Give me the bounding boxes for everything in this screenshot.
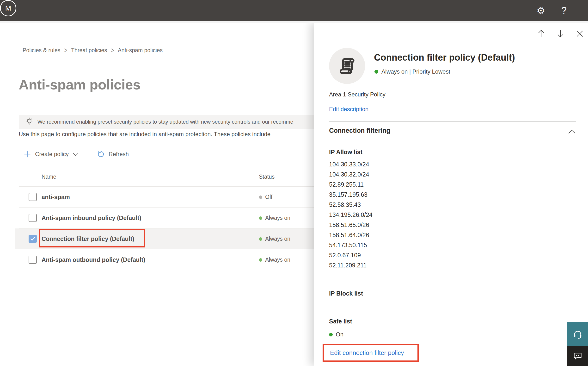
chat-bubble-icon xyxy=(573,351,583,361)
help-question-icon[interactable]: ? xyxy=(557,0,571,21)
table-row-selected[interactable]: Connection filter policy (Default) Alway… xyxy=(15,229,317,249)
row-checkbox[interactable] xyxy=(29,256,37,264)
panel-status-line: Always on | Priority Lowest xyxy=(375,68,450,75)
policy-scroll-icon xyxy=(329,48,365,84)
table-row[interactable]: Anti-spam outbound policy (Default) Alwa… xyxy=(15,249,317,270)
ip-entry: 158.51.64.0/26 xyxy=(329,230,373,240)
status-on-dot-icon xyxy=(259,216,262,220)
row-checkbox[interactable] xyxy=(29,193,37,201)
toolbar: Create policy Refresh xyxy=(23,148,129,160)
account-avatar[interactable]: M xyxy=(0,0,16,16)
settings-gear-icon[interactable]: ⚙ xyxy=(534,0,548,21)
status-on-dot-icon xyxy=(259,258,262,262)
table-row[interactable]: Anti-spam inbound policy (Default) Alway… xyxy=(15,207,317,229)
policy-description: Area 1 Security Policy xyxy=(329,91,386,98)
status-on-dot-icon xyxy=(329,333,333,336)
policy-name: Anti-spam outbound policy (Default) xyxy=(42,249,145,270)
close-icon[interactable] xyxy=(575,29,584,38)
plus-icon xyxy=(23,150,31,158)
status-off-dot-icon xyxy=(259,196,262,199)
ip-entry: 52.89.255.11 xyxy=(329,179,373,190)
chevron-down-icon xyxy=(73,153,78,156)
safe-list-label: Safe list xyxy=(329,318,352,325)
ip-entry: 35.157.195.63 xyxy=(329,190,373,200)
policy-status: Always on xyxy=(259,229,290,249)
previous-item-arrow-up-icon[interactable] xyxy=(537,29,545,38)
top-app-bar: ⚙ ? M xyxy=(0,0,588,21)
create-policy-button[interactable]: Create policy xyxy=(23,150,78,158)
breadcrumb-policies-rules[interactable]: Policies & rules xyxy=(22,47,60,54)
panel-title: Connection filter policy (Default) xyxy=(374,53,576,63)
row-checkbox[interactable] xyxy=(29,214,37,222)
support-headset-button[interactable] xyxy=(567,322,588,346)
breadcrumb-separator-icon: > xyxy=(111,46,114,55)
edit-connection-filter-policy-link[interactable]: Edit connection filter policy xyxy=(330,349,404,357)
ip-entry: 54.173.50.115 xyxy=(329,240,373,250)
policy-status: Always on xyxy=(259,249,290,270)
policy-status: Always on xyxy=(259,207,290,229)
breadcrumb: Policies & rules > Threat policies > Ant… xyxy=(22,47,163,54)
ip-allow-list-label: IP Allow list xyxy=(329,149,362,156)
defender-portal-screen: ⚙ ? M Policies & rules > Threat policies… xyxy=(0,0,588,366)
breadcrumb-separator-icon: > xyxy=(64,46,67,55)
panel-divider xyxy=(329,121,576,122)
banner-text: We recommend enabling preset security po… xyxy=(37,119,293,125)
annotation-highlight-box: Edit connection filter policy xyxy=(323,344,419,362)
refresh-button[interactable]: Refresh xyxy=(97,150,129,158)
column-header-name[interactable]: Name xyxy=(42,174,56,180)
edit-description-link[interactable]: Edit description xyxy=(329,106,368,113)
topbar-divider-strip xyxy=(0,21,588,23)
page-title: Anti-spam policies xyxy=(19,76,140,92)
refresh-label: Refresh xyxy=(109,151,129,158)
ip-block-list-label: IP Block list xyxy=(329,290,363,297)
section-title-connection-filtering: Connection filtering xyxy=(329,127,390,134)
ip-entry: 134.195.26.0/24 xyxy=(329,210,373,220)
ip-entry: 52.58.35.43 xyxy=(329,200,373,210)
ip-entry: 158.51.65.0/26 xyxy=(329,220,373,230)
ip-entry: 104.30.33.0/24 xyxy=(329,159,373,169)
feedback-chat-button[interactable] xyxy=(567,346,588,366)
chevron-up-icon[interactable] xyxy=(568,128,576,135)
safe-list-status: On xyxy=(329,331,344,338)
lightbulb-icon xyxy=(25,117,34,127)
row-divider xyxy=(19,270,317,270)
table-row[interactable]: anti-spam Off xyxy=(15,187,317,207)
refresh-icon xyxy=(97,150,105,158)
create-policy-label: Create policy xyxy=(35,151,69,158)
policy-status: Off xyxy=(259,187,272,207)
headset-icon xyxy=(572,328,583,340)
ip-entry: 52.0.67.109 xyxy=(329,250,373,260)
row-checkbox-checked[interactable] xyxy=(29,235,37,243)
status-on-dot-icon xyxy=(259,237,262,241)
column-header-status[interactable]: Status xyxy=(259,174,275,180)
policy-details-flyout: Connection filter policy (Default) Alway… xyxy=(314,23,588,366)
ip-allow-list: 104.30.33.0/24 104.30.32.0/24 52.89.255.… xyxy=(329,159,373,270)
next-item-arrow-down-icon[interactable] xyxy=(556,29,565,38)
ip-entry: 52.11.209.211 xyxy=(329,260,373,270)
status-on-dot-icon xyxy=(375,70,378,74)
policy-name: Connection filter policy (Default) xyxy=(42,229,134,249)
breadcrumb-threat-policies[interactable]: Threat policies xyxy=(71,47,107,54)
policy-name: anti-spam xyxy=(42,187,70,207)
policy-name: Anti-spam inbound policy (Default) xyxy=(42,207,141,229)
breadcrumb-anti-spam-policies[interactable]: Anti-spam policies xyxy=(118,47,163,54)
ip-entry: 104.30.32.0/24 xyxy=(329,169,373,179)
